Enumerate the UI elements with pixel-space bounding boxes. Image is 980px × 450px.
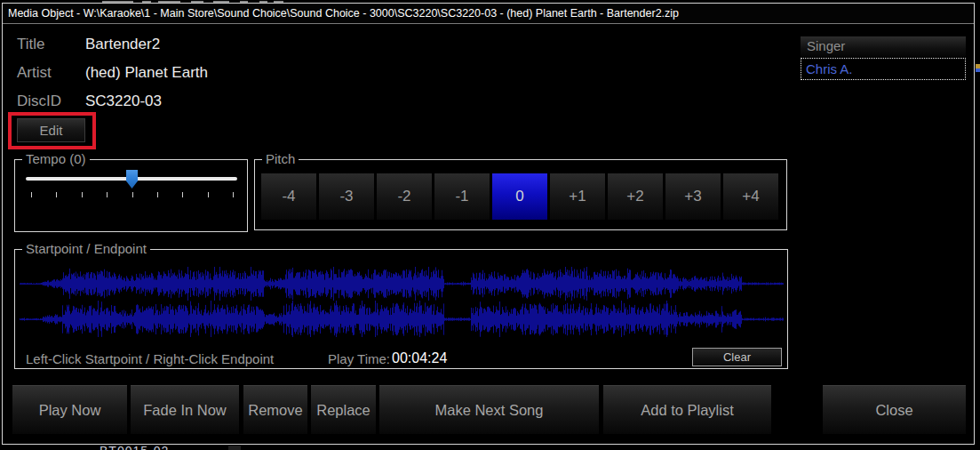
- singer-header: Singer: [801, 36, 966, 57]
- singer-field[interactable]: Chris A.: [801, 58, 966, 80]
- waveform-hint-text: Left-Click Startpoint / Right-Click Endp…: [26, 351, 274, 366]
- window-titlebar[interactable]: Media Object - W:\Karaoke\1 - Main Store…: [3, 4, 974, 24]
- pitch-button--4[interactable]: -4: [261, 173, 316, 220]
- discid-label: DiscID: [17, 92, 61, 110]
- window-title: Media Object - W:\Karaoke\1 - Main Store…: [8, 7, 679, 20]
- tempo-tick: [132, 192, 133, 197]
- add-to-playlist-button[interactable]: Add to Playlist: [603, 385, 771, 434]
- pitch-group-label: Pitch: [262, 152, 299, 166]
- media-object-dialog: Media Object - W:\Karaoke\1 - Main Store…: [2, 3, 975, 445]
- play-time-value: 00:04:24: [392, 350, 447, 366]
- remove-button[interactable]: Remove: [243, 385, 307, 434]
- pitch-button-+2[interactable]: +2: [608, 173, 663, 220]
- title-value: Bartender2: [85, 36, 160, 53]
- pitch-button-0[interactable]: 0: [492, 173, 547, 220]
- screen: BT0015-02 Media Object - W:\Karaoke\1 - …: [0, 0, 980, 450]
- play-now-button[interactable]: Play Now: [12, 385, 127, 434]
- pitch-button-+3[interactable]: +3: [665, 173, 721, 220]
- play-time-label: Play Time:: [328, 351, 390, 366]
- discid-value: SC3220-03: [85, 92, 162, 110]
- title-label: Title: [17, 36, 45, 53]
- tempo-tick: [208, 192, 209, 197]
- pitch-group: Pitch -4-3-2-10+1+2+3+4: [254, 159, 787, 230]
- fade-in-now-button[interactable]: Fade In Now: [131, 385, 239, 434]
- tempo-slider-thumb[interactable]: [126, 170, 138, 189]
- make-next-song-button[interactable]: Make Next Song: [379, 385, 599, 434]
- background-row-discid: BT0015-02: [100, 445, 169, 450]
- artist-label: Artist: [17, 64, 52, 82]
- artist-value: (hed) Planet Earth: [85, 64, 208, 82]
- pitch-button--2[interactable]: -2: [377, 173, 432, 220]
- edit-button[interactable]: Edit: [17, 118, 85, 142]
- tempo-tick: [56, 192, 57, 197]
- startpoint-group-label: Startpoint / Endpoint: [22, 242, 150, 256]
- tempo-tick: [107, 192, 108, 197]
- pitch-button--1[interactable]: -1: [434, 173, 490, 220]
- pitch-button-+4[interactable]: +4: [723, 173, 778, 220]
- tempo-tick: [157, 192, 158, 197]
- tempo-tick: [233, 192, 234, 197]
- tempo-tick: [31, 192, 32, 197]
- tempo-tick: [182, 192, 183, 197]
- background-window-fragment: [228, 446, 241, 450]
- tempo-tick: [82, 192, 83, 197]
- close-button[interactable]: Close: [823, 385, 966, 434]
- tempo-group: Tempo (0): [14, 159, 248, 232]
- pitch-button-+1[interactable]: +1: [550, 173, 605, 220]
- tempo-group-label: Tempo (0): [22, 152, 90, 166]
- startpoint-endpoint-group: Startpoint / Endpoint Left-Click Startpo…: [14, 249, 788, 369]
- pitch-button--3[interactable]: -3: [319, 173, 374, 220]
- replace-button[interactable]: Replace: [311, 385, 376, 434]
- clear-button[interactable]: Clear: [692, 348, 782, 366]
- background-window-fragment: [976, 68, 980, 72]
- waveform-display[interactable]: [20, 264, 784, 337]
